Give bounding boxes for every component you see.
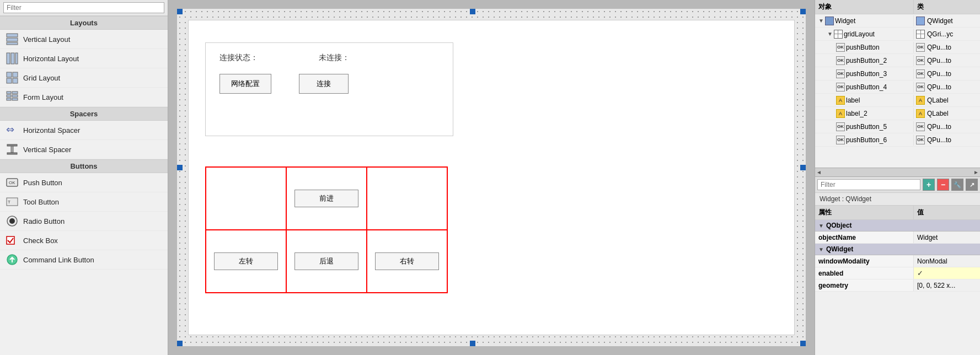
command-link-icon — [6, 253, 19, 266]
tree-row-pushbutton4[interactable]: OK pushButton_4 OK QPu...to — [815, 80, 980, 94]
objectname-label: objectName — [815, 232, 914, 243]
forward-button[interactable]: 前进 — [294, 190, 358, 207]
tree-row-pushbutton2[interactable]: OK pushButton_2 OK QPu...to — [815, 54, 980, 67]
svg-rect-9 — [13, 78, 18, 83]
tree-header-class: 类 — [914, 0, 980, 14]
check-box-label: Check Box — [23, 236, 58, 245]
connect-button[interactable]: 连接 — [299, 74, 349, 94]
push-button-item[interactable]: OK Push Button — [0, 173, 168, 192]
back-button[interactable]: 后退 — [294, 252, 358, 270]
label-icon-1: A — [836, 96, 845, 105]
enabled-checkmark: ✓ — [917, 269, 923, 277]
vertical-spacer-item[interactable]: Vertical Spacer — [0, 140, 168, 159]
horizontal-spacer-icon: ⇔ — [6, 123, 19, 137]
btn-type-icon-6: OK — [916, 136, 925, 144]
command-link-item[interactable]: Command Link Button — [0, 250, 168, 270]
enabled-row[interactable]: enabled ✓ — [815, 267, 980, 279]
horizontal-spacer-item[interactable]: ⇔ Horizontal Spacer — [0, 121, 168, 140]
form-layout-item[interactable]: Form Layout — [0, 88, 168, 107]
widget-palette: Layouts Vertical Layout Horizontal Layou… — [0, 0, 168, 355]
qobject-group-header[interactable]: ▼ QObject — [815, 220, 980, 232]
remove-property-button[interactable]: − — [937, 179, 949, 191]
btn-type-icon-4: OK — [916, 83, 925, 92]
configure-button[interactable]: 🔧 — [951, 179, 963, 191]
tree-type-pb2: QPu...to — [927, 57, 951, 64]
objectname-value[interactable]: Widget — [914, 232, 980, 243]
svg-rect-13 — [12, 95, 18, 97]
btn-icon-3: OK — [836, 69, 845, 78]
svg-rect-4 — [11, 53, 14, 64]
radio-button-item[interactable]: Radio Button — [0, 212, 168, 231]
add-property-button[interactable]: + — [923, 179, 935, 191]
vertical-layout-icon — [6, 33, 19, 46]
tree-type-pb5: QPu...to — [927, 123, 951, 131]
palette-filter-input[interactable] — [3, 2, 164, 13]
layouts-section-header: Layouts — [0, 16, 168, 30]
horizontal-layout-item[interactable]: Horizontal Layout — [0, 49, 168, 68]
svg-rect-1 — [7, 38, 18, 41]
handle-top[interactable] — [470, 9, 475, 14]
btn-icon-2: OK — [836, 56, 845, 65]
qwidget-group-header[interactable]: ▼ QWidget — [815, 244, 980, 255]
label-icon-2: A — [836, 109, 845, 118]
label-type-icon-2: A — [916, 109, 925, 118]
svg-rect-0 — [7, 34, 18, 37]
horizontal-spacer-label: Horizontal Spacer — [23, 126, 80, 135]
tool-button-label: Tool Button — [23, 198, 59, 206]
tree-row-label1[interactable]: A label A QLabel — [815, 94, 980, 107]
tree-row-label2[interactable]: A label_2 A QLabel — [815, 107, 980, 120]
tree-label-pb1: pushButton — [846, 44, 880, 51]
windowmodality-row[interactable]: windowModality NonModal — [815, 255, 980, 267]
grid-type-icon — [916, 30, 925, 39]
geometry-row[interactable]: geometry [0, 0, 522 x... — [815, 279, 980, 292]
tool-button-item[interactable]: T Tool Button — [0, 192, 168, 212]
props-filter-input[interactable] — [817, 179, 920, 190]
canvas-surface[interactable]: 连接状态： 未连接： 网络配置 连接 前进 — [177, 9, 806, 346]
qwidget-arrow: ▼ — [818, 246, 824, 252]
tree-label-pb3: pushButton_3 — [846, 70, 887, 78]
vertical-layout-item[interactable]: Vertical Layout — [0, 30, 168, 49]
handle-top-left[interactable] — [177, 9, 183, 14]
handle-bottom-left[interactable] — [177, 341, 183, 346]
handle-bottom[interactable] — [470, 341, 475, 346]
tree-row-pushbutton5[interactable]: OK pushButton_5 OK QPu...to — [815, 120, 980, 133]
turn-right-button[interactable]: 右转 — [375, 252, 438, 270]
qwidget-group-label: QWidget — [826, 245, 853, 253]
turn-left-button[interactable]: 左转 — [214, 252, 277, 270]
vertical-spacer-icon — [6, 143, 19, 156]
windowmodality-value[interactable]: NonModal — [914, 255, 980, 267]
tree-type-pb1: QPu...to — [927, 44, 951, 51]
tree-label-pb4: pushButton_4 — [846, 83, 887, 91]
buttons-section-header: Buttons — [0, 159, 168, 173]
tree-row-widget[interactable]: ▼ Widget QWidget — [815, 14, 980, 28]
form-layout-icon — [6, 90, 19, 104]
tree-row-gridlayout[interactable]: ▼ gridLayout QGri...yc — [815, 28, 980, 41]
grid-layout-item[interactable]: Grid Layout — [0, 68, 168, 88]
widget-type-label: Widget : QWidget — [815, 193, 980, 206]
canvas-area: 连接状态： 未连接： 网络配置 连接 前进 — [168, 0, 815, 355]
btn-type-icon-1: OK — [916, 43, 925, 52]
check-box-item[interactable]: Check Box — [0, 231, 168, 250]
btn-icon-4: OK — [836, 83, 845, 92]
tree-label-lbl2: label_2 — [846, 110, 867, 117]
network-config-button[interactable]: 网络配置 — [219, 74, 271, 94]
navigate-button[interactable]: ↗ — [966, 179, 978, 191]
tree-row-pushbutton1[interactable]: OK pushButton OK QPu...to — [815, 41, 980, 54]
push-button-label: Push Button — [23, 179, 62, 187]
tree-row-pushbutton3[interactable]: OK pushButton_3 OK QPu...to — [815, 67, 980, 80]
tool-button-icon: T — [6, 195, 19, 208]
objectname-row[interactable]: objectName Widget — [815, 232, 980, 244]
geometry-value[interactable]: [0, 0, 522 x... — [914, 279, 980, 291]
handle-left[interactable] — [177, 165, 183, 170]
btn-type-icon-5: OK — [916, 122, 925, 131]
tree-row-pushbutton6[interactable]: OK pushButton_6 OK QPu...to — [815, 133, 980, 147]
svg-rect-10 — [7, 92, 11, 94]
handle-right[interactable] — [800, 165, 806, 170]
enabled-value[interactable]: ✓ — [914, 267, 980, 279]
tree-type-lbl2: QLabel — [927, 110, 949, 117]
grid-cell-top-left — [206, 167, 286, 230]
handle-bottom-right[interactable] — [800, 341, 806, 346]
handle-top-right[interactable] — [800, 9, 806, 14]
tree-label-pb5: pushButton_5 — [846, 123, 887, 131]
horizontal-layout-label: Horizontal Layout — [23, 55, 79, 63]
